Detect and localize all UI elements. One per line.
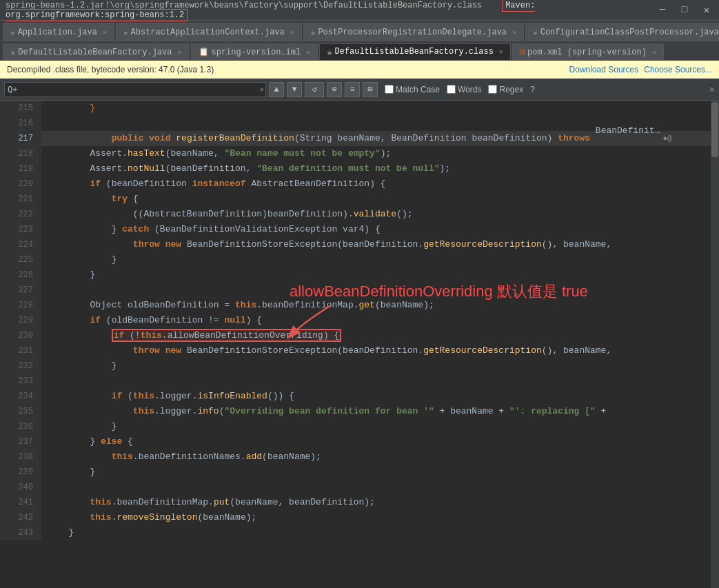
code-line-236: 236 }: [0, 419, 711, 434]
vertical-scrollbar[interactable]: [711, 101, 719, 588]
code-line-235: 235 this.logger.info("Overriding bean de…: [0, 404, 711, 419]
tab-label: pom.xml (spring-version): [527, 48, 647, 57]
regex-checkbox[interactable]: [488, 85, 497, 94]
search-input[interactable]: [5, 85, 258, 94]
code-line-219: 219 Assert.notNull(beanDefinition, "Bean…: [0, 161, 711, 176]
code-view[interactable]: allowBeanDefinitionOverriding 默认值是 true …: [0, 101, 711, 588]
words-option[interactable]: Words: [447, 85, 481, 94]
search-filter-button[interactable]: ⊕: [327, 82, 342, 97]
tab-label: DefaultListableBeanFactory.class: [334, 47, 493, 57]
decompiled-info-text: Decompiled .class file, bytecode version…: [7, 65, 214, 74]
tab-postprocessor[interactable]: ☕ PostProcessorRegistrationDelegate.java…: [303, 23, 524, 41]
code-line-228: 228 Object oldBeanDefinition = this.bean…: [0, 298, 711, 313]
close-tab-icon[interactable]: ✕: [512, 28, 516, 37]
code-line-239: 239 }: [0, 465, 711, 480]
info-bar-actions: Download Sources Choose Sources...: [569, 65, 712, 74]
tab-bar-top: ☕ Application.java ✕ ☕ AbstractApplicati…: [0, 21, 719, 41]
search-next-button[interactable]: ▼: [287, 82, 302, 97]
code-line-225: 225 }: [0, 252, 711, 267]
java-icon: ☕: [533, 28, 538, 37]
code-line-217: 217 public void registerBeanDefinition(S…: [0, 131, 711, 146]
title-path: spring-beans-1.2.jar!\org\springframewor…: [6, 1, 656, 20]
code-line-230: 230 if (!this.allowBeanDefinitionOverrid…: [0, 328, 711, 343]
tab-application-java[interactable]: ☕ Application.java ✕: [3, 23, 114, 41]
tab-bar-second: ☕ DefaultListableBeanFactory.java ✕ 📋 sp…: [0, 41, 719, 61]
iml-icon: 📋: [199, 47, 209, 57]
search-refresh-button[interactable]: ↺: [305, 82, 324, 97]
code-line-220: 220 if (beanDefinition instanceof Abstra…: [0, 176, 711, 192]
code-line-229: 229 if (oldBeanDefinition != null) {: [0, 313, 711, 328]
scrollbar-thumb[interactable]: [711, 102, 718, 157]
code-line-218: 218 Assert.hasText(beanName, "Bean name …: [0, 146, 711, 161]
code-line-234: 234 if (this.logger.isInfoEnabled()) {: [0, 389, 711, 404]
search-clear-icon[interactable]: ✕: [258, 85, 265, 94]
code-line-223: 223 } catch (BeanDefinitionValidationExc…: [0, 222, 711, 237]
editor-area: allowBeanDefinitionOverriding 默认值是 true …: [0, 101, 719, 588]
java-icon: ☕: [327, 47, 332, 57]
tab-spring-version-iml[interactable]: 📋 spring-version.iml ✕: [191, 43, 318, 60]
tab-label: Application.java: [18, 28, 97, 37]
search-bar: ✕ ▲ ▼ ↺ ⊕ ≡ ⊞ Match Case Words Regex ? ✕: [0, 79, 719, 101]
java-icon: ☕: [10, 47, 15, 57]
download-sources-link[interactable]: Download Sources: [569, 65, 639, 74]
close-button[interactable]: ✕: [700, 4, 713, 16]
minimize-button[interactable]: ─: [656, 4, 669, 16]
words-label: Words: [458, 85, 481, 94]
code-line-237: 237 } else {: [0, 434, 711, 449]
tab-pom-xml[interactable]: m pom.xml (spring-version) ✕: [512, 43, 664, 60]
tab-abstractapplication[interactable]: ☕ AbstractApplicationContext.java ✕: [116, 23, 302, 41]
close-tab-icon[interactable]: ✕: [103, 28, 107, 37]
match-case-label: Match Case: [396, 85, 440, 94]
close-search-button[interactable]: ✕: [709, 83, 715, 95]
title-bar: spring-beans-1.2.jar!\org\springframewor…: [0, 0, 719, 21]
tab-defaultlistable-java[interactable]: ☕ DefaultListableBeanFactory.java ✕: [3, 43, 190, 60]
close-tab-icon[interactable]: ✕: [652, 48, 656, 57]
regex-label: Regex: [499, 85, 523, 94]
java-icon: ☕: [10, 28, 15, 37]
code-line-215: 215 }: [0, 101, 711, 116]
tab-configurationclass[interactable]: ☕ ConfigurationClassPostProcessor.java ✕: [525, 23, 719, 41]
code-line-224: 224 throw new BeanDefinitionStoreExcepti…: [0, 237, 711, 252]
code-line-242: 242 this.removeSingleton(beanName);: [0, 510, 711, 525]
tab-label: AbstractApplicationContext.java: [131, 28, 285, 37]
code-line-238: 238 this.beanDefinitionNames.add(beanNam…: [0, 449, 711, 465]
maven-icon: m: [520, 48, 525, 57]
java-icon: ☕: [123, 28, 128, 37]
regex-option[interactable]: Regex: [488, 85, 523, 94]
choose-sources-link[interactable]: Choose Sources...: [644, 65, 712, 74]
close-tab-icon[interactable]: ✕: [177, 48, 181, 57]
code-line-232: 232 }: [0, 358, 711, 374]
tab-label: spring-version.iml: [212, 48, 301, 57]
search-prev-button[interactable]: ▲: [269, 82, 284, 97]
maximize-button[interactable]: □: [678, 4, 691, 16]
decompiled-info-bar: Decompiled .class file, bytecode version…: [0, 61, 719, 79]
help-icon[interactable]: ?: [530, 85, 535, 94]
code-line-231: 231 throw new BeanDefinitionStoreExcepti…: [0, 343, 711, 358]
tab-label: DefaultListableBeanFactory.java: [18, 48, 172, 57]
window-controls: ─ □ ✕: [656, 4, 713, 16]
tab-label: PostProcessorRegistrationDelegate.java: [318, 28, 507, 37]
tab-defaultlistable-class[interactable]: ☕ DefaultListableBeanFactory.class ✕: [319, 43, 511, 60]
search-context-button[interactable]: ≡: [345, 82, 360, 97]
search-options: Match Case Words Regex ?: [385, 85, 535, 94]
code-line-240: 240: [0, 480, 711, 495]
close-tab-icon[interactable]: ✕: [290, 28, 294, 37]
code-line-241: 241 this.beanDefinitionMap.put(beanName,…: [0, 495, 711, 510]
close-tab-icon[interactable]: ✕: [306, 48, 310, 57]
match-case-checkbox[interactable]: [385, 85, 394, 94]
java-icon: ☕: [311, 28, 316, 37]
close-tab-icon[interactable]: ✕: [499, 48, 503, 56]
tab-label: ConfigurationClassPostProcessor.java: [540, 28, 719, 37]
code-line-233: 233: [0, 374, 711, 389]
code-line-221: 221 try {: [0, 192, 711, 207]
code-line-227: 227: [0, 283, 711, 298]
search-expand-button[interactable]: ⊞: [363, 82, 378, 97]
search-input-wrapper: ✕: [4, 82, 266, 97]
code-line-226: 226 }: [0, 267, 711, 283]
words-checkbox[interactable]: [447, 85, 456, 94]
code-line-243: 243 }: [0, 525, 711, 540]
code-line-222: 222 ((AbstractBeanDefinition)beanDefinit…: [0, 207, 711, 222]
match-case-option[interactable]: Match Case: [385, 85, 440, 94]
